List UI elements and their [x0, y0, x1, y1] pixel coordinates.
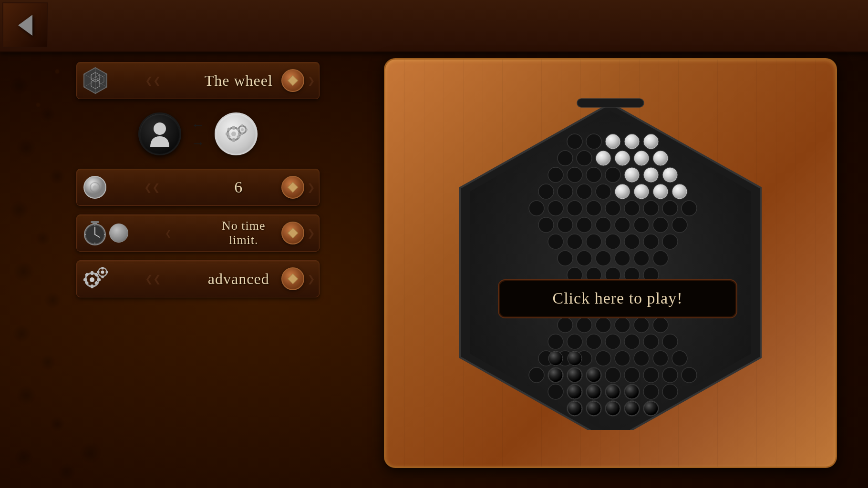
- svg-point-149: [548, 334, 563, 349]
- svg-point-196: [634, 184, 649, 199]
- advanced-right-btn[interactable]: [281, 267, 304, 290]
- svg-point-86: [586, 167, 601, 183]
- svg-rect-58: [83, 278, 87, 281]
- time-sphere-icon: [109, 224, 128, 243]
- layout-label: The wheel: [196, 72, 282, 90]
- cpu-player-btn[interactable]: [215, 112, 258, 155]
- svg-point-99: [529, 201, 544, 216]
- svg-point-43: [93, 185, 97, 189]
- advanced-row[interactable]: ❮❮ advanced ❯: [76, 260, 320, 297]
- svg-point-187: [644, 134, 658, 149]
- svg-point-185: [606, 134, 620, 149]
- svg-point-101: [567, 201, 582, 216]
- svg-point-197: [653, 184, 668, 199]
- svg-point-113: [634, 217, 649, 233]
- diamond-icon-4: [288, 274, 299, 285]
- svg-point-106: [662, 201, 678, 216]
- svg-point-170: [643, 367, 659, 383]
- svg-rect-59: [97, 278, 101, 281]
- svg-point-162: [653, 351, 668, 366]
- svg-rect-36: [241, 124, 243, 127]
- svg-rect-56: [91, 271, 93, 275]
- time-label: No time limit.: [206, 219, 282, 247]
- marbles-arrows-left: ❮❮: [109, 182, 196, 193]
- svg-point-200: [587, 401, 601, 416]
- human-player-btn[interactable]: [138, 112, 181, 155]
- marbles-count: 6: [196, 178, 282, 196]
- svg-point-153: [624, 334, 640, 349]
- svg-point-100: [548, 201, 563, 216]
- svg-point-23: [154, 122, 166, 135]
- svg-point-205: [587, 385, 601, 399]
- diamond-icon-3: [288, 228, 299, 239]
- svg-point-150: [567, 334, 582, 349]
- player-selector-row: ← →: [76, 108, 320, 160]
- svg-point-143: [558, 317, 573, 333]
- marbles-arrow-right: ❯: [304, 182, 315, 193]
- advanced-arrow-right: ❯: [304, 273, 315, 285]
- svg-point-124: [577, 251, 592, 266]
- svg-point-186: [625, 134, 639, 149]
- diamond-icon: [288, 75, 299, 86]
- time-right-btn[interactable]: [281, 222, 304, 244]
- back-button[interactable]: [2, 2, 48, 48]
- svg-point-204: [568, 385, 582, 399]
- svg-rect-28: [226, 132, 229, 135]
- svg-rect-26: [232, 126, 235, 130]
- svg-point-94: [596, 184, 611, 199]
- layout-arrow-right: ❯: [304, 75, 315, 86]
- time-arrows-left: ❮: [130, 229, 206, 238]
- svg-point-146: [615, 317, 630, 333]
- svg-point-195: [615, 184, 630, 199]
- svg-point-172: [682, 367, 697, 383]
- player-exchange-arrows: ← →: [191, 117, 205, 151]
- svg-point-212: [568, 351, 582, 366]
- svg-point-79: [577, 151, 592, 166]
- back-arrow-icon: [18, 15, 32, 36]
- svg-rect-38: [237, 129, 239, 131]
- top-bar: [0, 0, 868, 52]
- svg-point-163: [672, 351, 687, 366]
- svg-rect-27: [232, 138, 235, 142]
- diamond-icon-2: [288, 182, 299, 193]
- svg-point-107: [682, 201, 697, 216]
- svg-point-210: [587, 368, 601, 382]
- svg-point-191: [653, 151, 668, 165]
- svg-point-161: [634, 351, 649, 366]
- svg-point-78: [558, 151, 573, 166]
- svg-point-203: [644, 401, 658, 416]
- arrow-right-icon: →: [191, 135, 205, 151]
- left-panel: ❮❮ The wheel ❯ ← →: [76, 62, 320, 297]
- marbles-row[interactable]: ❮❮ 6 ❯: [76, 169, 320, 206]
- layout-row[interactable]: ❮❮ The wheel ❯: [76, 62, 320, 99]
- svg-rect-37: [241, 132, 243, 135]
- svg-rect-66: [102, 267, 104, 270]
- time-arrow-right: ❯: [304, 227, 315, 239]
- svg-point-84: [548, 167, 563, 183]
- svg-point-91: [538, 184, 554, 199]
- svg-point-179: [662, 384, 678, 399]
- layout-right-btn[interactable]: [281, 69, 304, 92]
- svg-rect-57: [91, 285, 93, 288]
- svg-point-92: [558, 184, 573, 199]
- svg-point-193: [644, 168, 658, 182]
- marbles-right-btn[interactable]: [281, 176, 304, 199]
- svg-point-201: [606, 401, 620, 416]
- svg-point-147: [634, 317, 649, 333]
- svg-point-127: [634, 251, 649, 266]
- svg-point-155: [662, 334, 678, 349]
- svg-point-164: [529, 367, 544, 383]
- marble-count-icon: [81, 173, 109, 202]
- svg-point-65: [101, 271, 104, 274]
- svg-point-109: [558, 217, 573, 233]
- svg-point-102: [586, 201, 601, 216]
- svg-point-126: [615, 251, 630, 266]
- person-icon: [148, 121, 172, 147]
- svg-point-209: [568, 368, 582, 382]
- svg-point-148: [653, 317, 668, 333]
- svg-point-85: [567, 167, 582, 183]
- svg-point-198: [672, 184, 687, 199]
- svg-point-74: [586, 134, 601, 149]
- time-row[interactable]: ❮ No time limit. ❯: [76, 214, 320, 252]
- svg-point-178: [643, 384, 659, 399]
